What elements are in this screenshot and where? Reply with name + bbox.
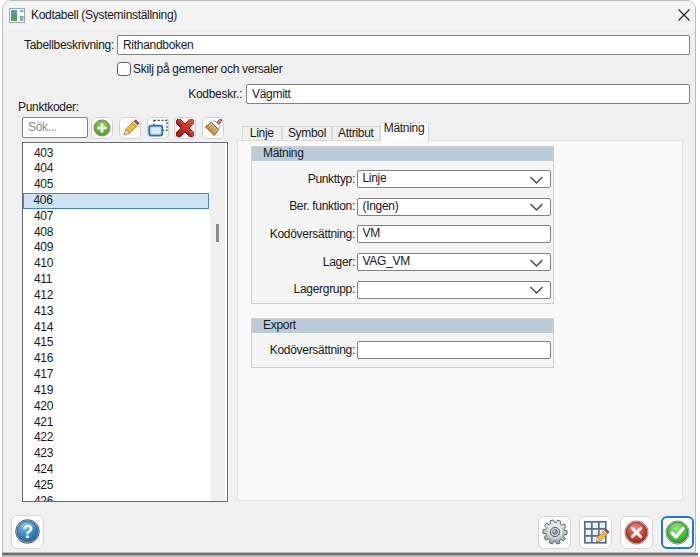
svg-text:?: ?	[22, 522, 33, 542]
